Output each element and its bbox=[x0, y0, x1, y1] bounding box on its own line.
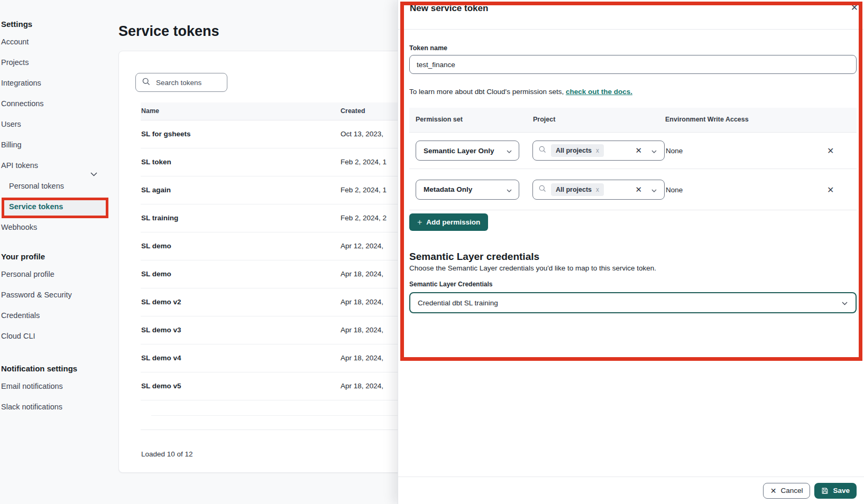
sidebar-item-users[interactable]: Users bbox=[0, 114, 114, 135]
search-icon bbox=[539, 146, 546, 155]
permission-set-select[interactable]: Metadata Only bbox=[416, 180, 519, 200]
drawer-footer: ✕ Cancel Save bbox=[398, 477, 864, 504]
token-created-cell: Apr 18, 2024, bbox=[341, 326, 383, 334]
sidebar-item-connections[interactable]: Connections bbox=[0, 94, 114, 114]
sidebar-item-account[interactable]: Account bbox=[0, 32, 114, 52]
column-header-project: Project bbox=[533, 116, 555, 123]
token-created-cell: Apr 18, 2024, bbox=[341, 354, 383, 362]
remove-permission-icon[interactable]: ✕ bbox=[827, 146, 834, 156]
sidebar-item-billing[interactable]: Billing bbox=[0, 135, 114, 155]
docs-help-text: To learn more about dbt Cloud's permissi… bbox=[409, 88, 632, 96]
sidebar-item-api-tokens[interactable]: API tokens bbox=[0, 155, 114, 176]
sidebar-item-personal-tokens[interactable]: Personal tokens bbox=[0, 176, 114, 197]
token-name-input[interactable] bbox=[409, 55, 857, 74]
docs-link[interactable]: check out the docs. bbox=[566, 88, 632, 96]
token-created-cell: Apr 18, 2024, bbox=[341, 298, 383, 306]
drawer-header: New service token ✕ bbox=[398, 0, 864, 30]
token-name-cell: SL demo v5 bbox=[141, 382, 181, 390]
sidebar-item-cloud-cli[interactable]: Cloud CLI bbox=[0, 326, 114, 347]
remove-chip-icon[interactable]: x bbox=[596, 186, 599, 193]
project-multiselect[interactable]: All projects x ✕ bbox=[532, 141, 665, 161]
sidebar-item-password-security[interactable]: Password & Security bbox=[0, 285, 114, 305]
project-chip: All projects x bbox=[551, 183, 604, 196]
token-created-cell: Apr 18, 2024, bbox=[341, 382, 383, 390]
token-name-cell: SL demo v3 bbox=[141, 326, 181, 334]
add-permission-button[interactable]: + Add permission bbox=[409, 213, 488, 231]
search-tokens-box[interactable] bbox=[135, 73, 227, 92]
column-header-permission-set: Permission set bbox=[416, 116, 463, 123]
close-icon: ✕ bbox=[770, 487, 777, 495]
column-header-created: Created bbox=[341, 107, 365, 115]
sidebar-item-email-notifications[interactable]: Email notifications bbox=[0, 376, 114, 397]
token-name-cell: SL for gsheets bbox=[141, 130, 191, 138]
token-name-cell: SL demo v2 bbox=[141, 298, 181, 306]
sidebar-heading-notification-settings: Notification settings bbox=[0, 361, 114, 376]
semantic-layer-credentials-description: Choose the Semantic Layer credentials yo… bbox=[409, 264, 656, 272]
token-created-cell: Apr 12, 2024, bbox=[341, 242, 383, 250]
env-write-access-value: None bbox=[666, 185, 683, 193]
permission-row: Metadata Only All projects x ✕ bbox=[409, 169, 857, 210]
remove-permission-icon[interactable]: ✕ bbox=[827, 184, 834, 194]
column-header-name: Name bbox=[141, 107, 159, 115]
sidebar-item-credentials[interactable]: Credentials bbox=[0, 305, 114, 326]
sidebar-item-personal-profile[interactable]: Personal profile bbox=[0, 264, 114, 285]
token-created-cell: Feb 2, 2024, 1 bbox=[341, 186, 387, 194]
sidebar-item-service-tokens[interactable]: Service tokens bbox=[0, 197, 114, 217]
clear-selection-icon[interactable]: ✕ bbox=[635, 185, 642, 194]
chevron-down-icon bbox=[651, 146, 657, 155]
permissions-table-header: Permission set Project Environment Write… bbox=[409, 108, 857, 133]
permission-set-select[interactable]: Semantic Layer Only bbox=[416, 141, 519, 161]
chevron-down-icon bbox=[842, 298, 848, 307]
token-created-cell: Feb 2, 2024, 1 bbox=[341, 158, 387, 166]
page-title: Service tokens bbox=[118, 23, 219, 40]
token-name-cell: SL token bbox=[141, 158, 171, 166]
token-created-cell: Oct 13, 2023, bbox=[341, 130, 383, 138]
token-name-cell: SL training bbox=[141, 214, 178, 222]
token-name-cell: SL demo bbox=[141, 242, 171, 250]
semantic-layer-credentials-heading: Semantic Layer credentials bbox=[409, 251, 539, 263]
cancel-button[interactable]: ✕ Cancel bbox=[763, 483, 811, 499]
column-header-env-write-access: Environment Write Access bbox=[665, 116, 749, 123]
project-chip: All projects x bbox=[551, 144, 604, 157]
sidebar-item-integrations[interactable]: Integrations bbox=[0, 73, 114, 94]
plus-icon: + bbox=[417, 218, 422, 227]
drawer-title: New service token bbox=[410, 3, 488, 14]
project-multiselect[interactable]: All projects x ✕ bbox=[532, 180, 665, 200]
sidebar-heading-your-profile: Your profile bbox=[0, 249, 114, 264]
loaded-count-text: Loaded 10 of 12 bbox=[141, 450, 193, 458]
settings-sidebar: Settings Account Projects Integrations C… bbox=[0, 0, 114, 504]
permissions-table: Permission set Project Environment Write… bbox=[409, 108, 857, 210]
chevron-down-icon bbox=[507, 185, 512, 194]
semantic-layer-credentials-select[interactable]: Credential dbt SL training bbox=[409, 292, 857, 313]
token-created-cell: Apr 18, 2024, bbox=[341, 270, 383, 278]
token-name-cell: SL demo bbox=[141, 270, 171, 278]
sidebar-item-projects[interactable]: Projects bbox=[0, 52, 114, 73]
remove-chip-icon[interactable]: x bbox=[596, 147, 599, 154]
search-icon bbox=[539, 185, 546, 194]
semantic-layer-credentials-label: Semantic Layer Credentials bbox=[409, 281, 492, 288]
permission-row: Semantic Layer Only All projects x ✕ bbox=[409, 133, 857, 169]
new-service-token-drawer: New service token ✕ Token name To learn … bbox=[398, 0, 864, 504]
search-icon bbox=[142, 78, 150, 88]
token-created-cell: Feb 2, 2024, 2 bbox=[341, 214, 387, 222]
save-icon bbox=[821, 487, 829, 494]
token-name-cell: SL again bbox=[141, 186, 171, 194]
sidebar-item-webhooks[interactable]: Webhooks bbox=[0, 217, 114, 238]
save-button[interactable]: Save bbox=[814, 483, 857, 499]
token-name-label: Token name bbox=[409, 44, 447, 52]
sidebar-item-slack-notifications[interactable]: Slack notifications bbox=[0, 397, 114, 417]
env-write-access-value: None bbox=[666, 147, 683, 155]
chevron-down-icon bbox=[507, 146, 512, 155]
token-name-cell: SL demo v4 bbox=[141, 354, 181, 362]
close-icon[interactable]: ✕ bbox=[851, 3, 858, 13]
search-tokens-input[interactable] bbox=[155, 78, 220, 87]
sidebar-heading-settings: Settings bbox=[0, 17, 114, 32]
chevron-down-icon bbox=[651, 185, 657, 194]
clear-selection-icon[interactable]: ✕ bbox=[635, 146, 642, 155]
permissions-table-body: Semantic Layer Only All projects x ✕ bbox=[409, 133, 857, 210]
